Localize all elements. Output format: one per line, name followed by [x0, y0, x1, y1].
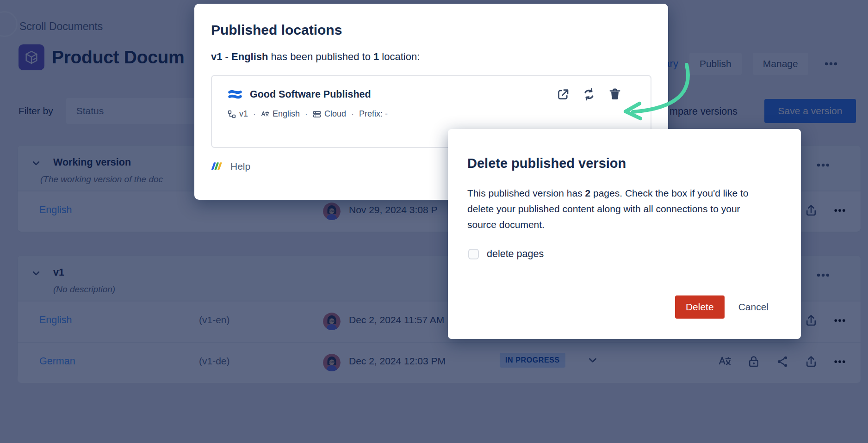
trash-icon[interactable]	[608, 87, 622, 101]
delete-pages-checkbox[interactable]	[468, 249, 479, 259]
intro-mid: has been published to	[268, 51, 373, 62]
body-pre: This published version has	[467, 188, 585, 198]
intro-end: location:	[379, 51, 420, 62]
hierarchy-icon	[228, 110, 236, 118]
sync-icon[interactable]	[582, 87, 596, 101]
meta-language: English	[261, 109, 300, 119]
meta-version: v1	[228, 109, 248, 119]
delete-pages-label: delete pages	[487, 248, 544, 260]
delete-button[interactable]: Delete	[675, 295, 725, 319]
meta-separator: ·	[305, 109, 308, 119]
meta-separator: ·	[351, 109, 354, 119]
translate-icon	[261, 110, 269, 118]
help-label: Help	[230, 161, 250, 172]
confluence-logo-icon	[228, 87, 242, 102]
meta-language-label: English	[273, 109, 300, 119]
server-icon	[313, 110, 321, 118]
meta-prefix: Prefix: -	[359, 109, 388, 119]
intro-count: 1	[373, 51, 379, 62]
meta-host-label: Cloud	[324, 109, 346, 119]
body-page-count: 2	[585, 188, 590, 198]
meta-separator: ·	[253, 109, 256, 119]
modal-body: This published version has 2 pages. Chec…	[467, 185, 759, 233]
meta-prefix-label: Prefix: -	[359, 109, 388, 119]
location-name[interactable]: Good Software Published	[250, 89, 371, 100]
delete-published-version-modal: Delete published version This published …	[448, 129, 801, 339]
intro-version: v1 - English	[211, 51, 268, 62]
delete-pages-option: delete pages	[468, 248, 544, 260]
open-external-icon[interactable]	[556, 87, 570, 101]
screen: Scroll Documents Product Docum rary Publ…	[0, 0, 868, 443]
location-card-header: Good Software Published	[228, 87, 622, 102]
meta-version-label: v1	[239, 109, 248, 119]
meta-host: Cloud	[313, 109, 346, 119]
location-meta: v1 · English · Cloud · Prefix: -	[228, 109, 622, 119]
modal-footer: Delete Cancel	[675, 295, 774, 319]
k15t-logo-icon	[211, 160, 224, 173]
modal-intro: v1 - English has been published to 1 loc…	[211, 51, 651, 63]
modal-title: Delete published version	[467, 156, 626, 171]
cancel-button[interactable]: Cancel	[733, 295, 774, 319]
location-actions	[556, 87, 622, 101]
modal-title: Published locations	[211, 22, 651, 38]
